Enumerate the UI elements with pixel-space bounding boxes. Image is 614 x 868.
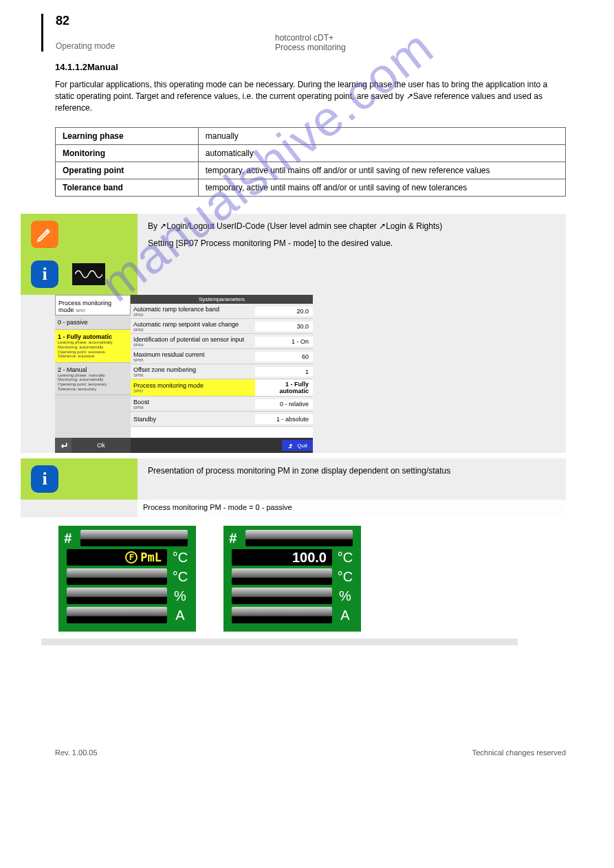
zone-field (67, 607, 167, 623)
hash-label: # (64, 531, 78, 546)
fault-badge: F (125, 551, 138, 564)
instruction-text: By ↗Login/Logout UserID-Code (User level… (138, 214, 566, 295)
zone-id-field (245, 530, 353, 546)
enter-icon (55, 438, 72, 453)
zone-module-value: # 100.0 °C °C % A (223, 526, 361, 632)
instruction-icons (21, 214, 138, 295)
option-passive[interactable]: 0 - passive (55, 315, 131, 330)
info-bar-spacer (21, 500, 138, 518)
table-row: Monitoringautomatically (56, 145, 566, 162)
wave-icon (72, 263, 105, 285)
unit-ampere: A (170, 608, 190, 623)
table-row: Tolerance bandtemporary, active until ma… (56, 179, 566, 197)
param-row-selected[interactable]: Process monitoring modeSP071 - Fully aut… (131, 379, 313, 397)
unit-ampere: A (335, 608, 355, 623)
unit-percent: % (170, 588, 190, 604)
unit-celsius: °C (335, 550, 355, 566)
cell-val: automatically (198, 145, 565, 162)
option-manual[interactable]: 2 - Manual Learning phase: manually Moni… (55, 363, 131, 395)
cell-key: Learning phase (56, 128, 199, 145)
page-footer: Rev. 1.00.05 Technical changes reserved (0, 728, 614, 777)
pml-label: PmL (140, 550, 162, 564)
ok-button[interactable]: Ok (55, 438, 131, 453)
param-row[interactable]: Maximum residual currentSP0560 (131, 349, 313, 364)
param-row[interactable]: Identification of potential on sensor in… (131, 334, 313, 349)
cell-key: Monitoring (56, 145, 199, 162)
zone-value: 100.0 (292, 550, 327, 566)
cell-val: temporary, active until mains off and/or… (198, 179, 565, 197)
arrow-up-icon (287, 442, 294, 449)
properties-table: Learning phasemanually Monitoringautomat… (55, 127, 566, 197)
page-context: Operating mode (56, 41, 115, 51)
footer-note: Technical changes reserved (472, 748, 566, 757)
unit-celsius: °C (170, 550, 190, 566)
zone-field (67, 568, 167, 585)
param-row[interactable]: Standby1 - absolute (131, 412, 313, 427)
unit-percent: % (335, 588, 355, 604)
zone-module-pml: # F PmL °C °C % A (58, 526, 196, 632)
page-title: hotcontrol cDT+ (275, 33, 333, 43)
syspanel-title: Systemparameters (131, 295, 313, 304)
zone-value-field: 100.0 (232, 549, 332, 566)
zone-id-field (80, 530, 188, 546)
section-body: For particular applications, this operat… (55, 79, 566, 113)
option-fully-automatic[interactable]: 1 - Fully automatic Learning phase: auto… (55, 330, 131, 362)
zone-display-modules: # F PmL °C °C % A # 100.0 °C (58, 526, 566, 632)
page-subtitle: Process monitoring (275, 43, 346, 52)
param-row[interactable]: BoostSP080 - relative (131, 397, 313, 412)
section-heading: 14.1.1.2Manual (55, 62, 566, 72)
param-row[interactable]: Automatic ramp tolerance bandSP0220.0 (131, 304, 313, 319)
system-parameters-screenshot: Process monitoring mode SP07 0 - passive… (55, 295, 313, 453)
unit-celsius: °C (170, 569, 190, 585)
login-link[interactable]: ↗Login/Logout UserID-Code (160, 221, 265, 231)
cell-val: temporary, active until mains off and/or… (198, 162, 565, 179)
unit-celsius: °C (335, 569, 355, 585)
zone-field (232, 588, 332, 604)
info-icon (31, 465, 58, 493)
display-info-text: Presentation of process monitoring PM in… (138, 458, 566, 500)
quit-button[interactable]: Quit (282, 440, 313, 451)
page-number: 82 (56, 14, 69, 28)
cell-key: Operating point (56, 162, 199, 179)
param-row[interactable]: Automatic ramp setpoint value changeSP03… (131, 319, 313, 334)
edit-icon (31, 221, 58, 248)
hash-label: # (229, 531, 243, 546)
display-info-block: Presentation of process monitoring PM in… (21, 458, 566, 645)
cell-key: Tolerance band (56, 179, 199, 197)
zone-field (232, 568, 332, 585)
zone-value-field: F PmL (67, 549, 167, 566)
page-title-bar: hotcontrol cDT+ Process monitoring (275, 33, 346, 52)
table-row: Operating pointtemporary, active until m… (56, 162, 566, 179)
param-row[interactable]: Offset zone numberingSP061 (131, 364, 313, 379)
cell-val: manually (198, 128, 565, 145)
table-row: Learning phasemanually (56, 128, 566, 145)
zone-field (67, 588, 167, 604)
footer-revision: Rev. 1.00.05 (55, 748, 98, 757)
info-icon (31, 260, 58, 288)
instruction-block: By ↗Login/Logout UserID-Code (User level… (21, 214, 566, 453)
divider (41, 638, 518, 645)
param-select-header: Process monitoring mode SP07 (55, 295, 131, 315)
info-bar-caption: Process monitoring PM - mode = 0 - passi… (138, 500, 566, 518)
zone-field (232, 607, 332, 623)
